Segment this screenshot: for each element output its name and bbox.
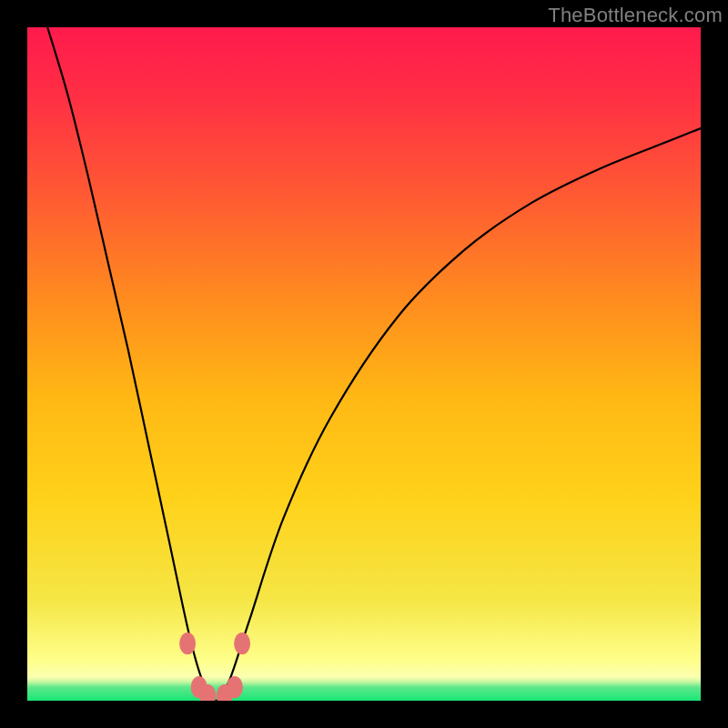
trough-marker — [179, 632, 196, 654]
chart-svg — [27, 27, 701, 701]
watermark-text: TheBottleneck.com — [548, 4, 723, 27]
plot-area — [27, 27, 701, 701]
outer-frame: TheBottleneck.com — [0, 0, 728, 728]
trough-marker — [227, 676, 243, 698]
trough-marker — [234, 632, 250, 654]
